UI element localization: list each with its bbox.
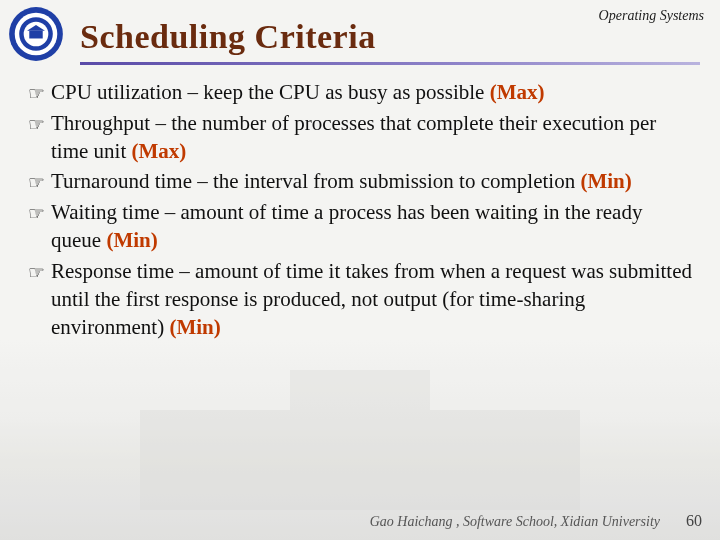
bullet-goal: (Max) (132, 139, 187, 163)
list-item: ☞ Throughput – the number of processes t… (28, 109, 692, 166)
pointing-hand-icon: ☞ (28, 201, 45, 227)
bullet-text: Waiting time – amount of time a process … (51, 198, 692, 255)
bullet-goal: (Max) (490, 80, 545, 104)
pointing-hand-icon: ☞ (28, 112, 45, 138)
bullet-goal: (Min) (169, 315, 220, 339)
list-item: ☞ Waiting time – amount of time a proces… (28, 198, 692, 255)
pointing-hand-icon: ☞ (28, 81, 45, 107)
university-logo-icon (8, 6, 64, 62)
bullet-body: Response time – amount of time it takes … (51, 259, 692, 340)
bullet-goal: (Min) (106, 228, 157, 252)
bullet-text: Response time – amount of time it takes … (51, 257, 692, 342)
slide: Operating Systems Scheduling Criteria ☞ … (0, 0, 720, 540)
bullet-goal: (Min) (580, 169, 631, 193)
list-item: ☞ Response time – amount of time it take… (28, 257, 692, 342)
bullet-text: Turnaround time – the interval from subm… (51, 167, 692, 195)
page-number: 60 (686, 512, 702, 530)
bullet-list: ☞ CPU utilization – keep the CPU as busy… (28, 78, 692, 344)
pointing-hand-icon: ☞ (28, 260, 45, 286)
svg-rect-4 (29, 31, 42, 39)
title-underline (80, 62, 700, 65)
bullet-text: Throughput – the number of processes tha… (51, 109, 692, 166)
list-item: ☞ CPU utilization – keep the CPU as busy… (28, 78, 692, 107)
slide-title: Scheduling Criteria (80, 18, 376, 56)
course-label: Operating Systems (599, 8, 704, 24)
bullet-body: Turnaround time – the interval from subm… (51, 169, 580, 193)
pointing-hand-icon: ☞ (28, 170, 45, 196)
bullet-text: CPU utilization – keep the CPU as busy a… (51, 78, 692, 106)
list-item: ☞ Turnaround time – the interval from su… (28, 167, 692, 196)
footer-credit: Gao Haichang , Software School, Xidian U… (370, 514, 660, 530)
bullet-body: CPU utilization – keep the CPU as busy a… (51, 80, 490, 104)
